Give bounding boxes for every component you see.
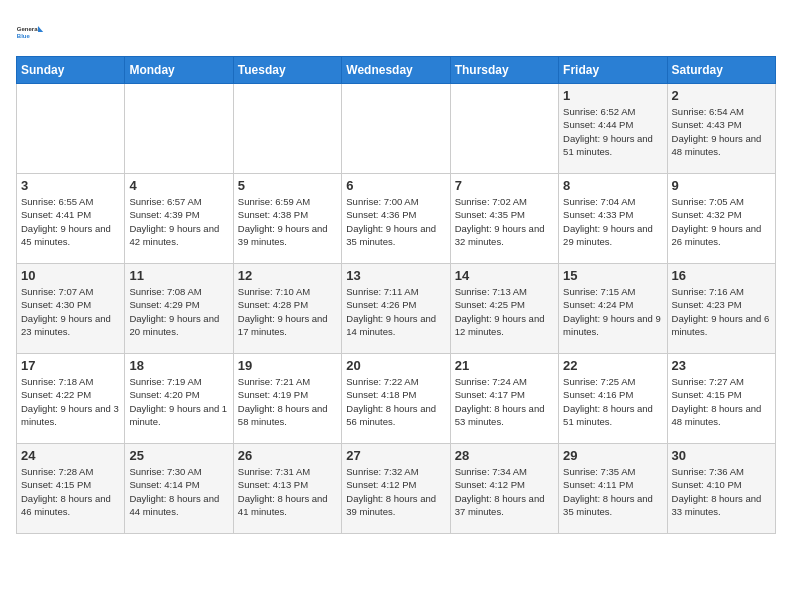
day-number: 19	[238, 358, 337, 373]
day-cell: 2Sunrise: 6:54 AM Sunset: 4:43 PM Daylig…	[667, 84, 775, 174]
day-number: 8	[563, 178, 662, 193]
day-cell: 20Sunrise: 7:22 AM Sunset: 4:18 PM Dayli…	[342, 354, 450, 444]
day-info: Sunrise: 7:36 AM Sunset: 4:10 PM Dayligh…	[672, 465, 771, 518]
day-cell: 9Sunrise: 7:05 AM Sunset: 4:32 PM Daylig…	[667, 174, 775, 264]
calendar-table: SundayMondayTuesdayWednesdayThursdayFrid…	[16, 56, 776, 534]
day-info: Sunrise: 7:18 AM Sunset: 4:22 PM Dayligh…	[21, 375, 120, 428]
day-number: 21	[455, 358, 554, 373]
day-info: Sunrise: 7:22 AM Sunset: 4:18 PM Dayligh…	[346, 375, 445, 428]
day-number: 5	[238, 178, 337, 193]
day-info: Sunrise: 7:07 AM Sunset: 4:30 PM Dayligh…	[21, 285, 120, 338]
logo-icon: GeneralBlue	[16, 16, 48, 48]
day-info: Sunrise: 7:34 AM Sunset: 4:12 PM Dayligh…	[455, 465, 554, 518]
day-cell	[342, 84, 450, 174]
day-cell: 7Sunrise: 7:02 AM Sunset: 4:35 PM Daylig…	[450, 174, 558, 264]
day-number: 7	[455, 178, 554, 193]
day-number: 25	[129, 448, 228, 463]
day-info: Sunrise: 7:21 AM Sunset: 4:19 PM Dayligh…	[238, 375, 337, 428]
day-info: Sunrise: 7:08 AM Sunset: 4:29 PM Dayligh…	[129, 285, 228, 338]
day-cell: 23Sunrise: 7:27 AM Sunset: 4:15 PM Dayli…	[667, 354, 775, 444]
day-info: Sunrise: 7:04 AM Sunset: 4:33 PM Dayligh…	[563, 195, 662, 248]
day-number: 4	[129, 178, 228, 193]
day-cell: 5Sunrise: 6:59 AM Sunset: 4:38 PM Daylig…	[233, 174, 341, 264]
day-info: Sunrise: 6:54 AM Sunset: 4:43 PM Dayligh…	[672, 105, 771, 158]
day-number: 17	[21, 358, 120, 373]
day-number: 12	[238, 268, 337, 283]
day-cell: 24Sunrise: 7:28 AM Sunset: 4:15 PM Dayli…	[17, 444, 125, 534]
svg-text:Blue: Blue	[17, 33, 31, 39]
day-info: Sunrise: 7:00 AM Sunset: 4:36 PM Dayligh…	[346, 195, 445, 248]
day-number: 13	[346, 268, 445, 283]
day-info: Sunrise: 7:25 AM Sunset: 4:16 PM Dayligh…	[563, 375, 662, 428]
day-info: Sunrise: 7:13 AM Sunset: 4:25 PM Dayligh…	[455, 285, 554, 338]
day-cell: 26Sunrise: 7:31 AM Sunset: 4:13 PM Dayli…	[233, 444, 341, 534]
day-number: 14	[455, 268, 554, 283]
day-cell: 21Sunrise: 7:24 AM Sunset: 4:17 PM Dayli…	[450, 354, 558, 444]
calendar-header-row: SundayMondayTuesdayWednesdayThursdayFrid…	[17, 57, 776, 84]
day-info: Sunrise: 7:11 AM Sunset: 4:26 PM Dayligh…	[346, 285, 445, 338]
day-number: 23	[672, 358, 771, 373]
day-number: 22	[563, 358, 662, 373]
day-number: 9	[672, 178, 771, 193]
header-cell-friday: Friday	[559, 57, 667, 84]
day-number: 1	[563, 88, 662, 103]
calendar-body: 1Sunrise: 6:52 AM Sunset: 4:44 PM Daylig…	[17, 84, 776, 534]
day-cell: 10Sunrise: 7:07 AM Sunset: 4:30 PM Dayli…	[17, 264, 125, 354]
day-cell: 28Sunrise: 7:34 AM Sunset: 4:12 PM Dayli…	[450, 444, 558, 534]
day-info: Sunrise: 7:16 AM Sunset: 4:23 PM Dayligh…	[672, 285, 771, 338]
day-number: 15	[563, 268, 662, 283]
day-number: 27	[346, 448, 445, 463]
day-number: 3	[21, 178, 120, 193]
day-number: 2	[672, 88, 771, 103]
day-info: Sunrise: 7:28 AM Sunset: 4:15 PM Dayligh…	[21, 465, 120, 518]
week-row-5: 24Sunrise: 7:28 AM Sunset: 4:15 PM Dayli…	[17, 444, 776, 534]
day-cell: 22Sunrise: 7:25 AM Sunset: 4:16 PM Dayli…	[559, 354, 667, 444]
header-cell-tuesday: Tuesday	[233, 57, 341, 84]
day-cell	[450, 84, 558, 174]
day-cell: 1Sunrise: 6:52 AM Sunset: 4:44 PM Daylig…	[559, 84, 667, 174]
day-cell: 8Sunrise: 7:04 AM Sunset: 4:33 PM Daylig…	[559, 174, 667, 264]
day-cell: 14Sunrise: 7:13 AM Sunset: 4:25 PM Dayli…	[450, 264, 558, 354]
logo: GeneralBlue	[16, 16, 48, 48]
day-number: 11	[129, 268, 228, 283]
day-info: Sunrise: 7:05 AM Sunset: 4:32 PM Dayligh…	[672, 195, 771, 248]
week-row-2: 3Sunrise: 6:55 AM Sunset: 4:41 PM Daylig…	[17, 174, 776, 264]
day-info: Sunrise: 6:59 AM Sunset: 4:38 PM Dayligh…	[238, 195, 337, 248]
day-info: Sunrise: 6:57 AM Sunset: 4:39 PM Dayligh…	[129, 195, 228, 248]
day-number: 24	[21, 448, 120, 463]
day-number: 30	[672, 448, 771, 463]
header-cell-monday: Monday	[125, 57, 233, 84]
day-cell: 18Sunrise: 7:19 AM Sunset: 4:20 PM Dayli…	[125, 354, 233, 444]
day-cell: 16Sunrise: 7:16 AM Sunset: 4:23 PM Dayli…	[667, 264, 775, 354]
day-info: Sunrise: 7:02 AM Sunset: 4:35 PM Dayligh…	[455, 195, 554, 248]
day-number: 18	[129, 358, 228, 373]
day-number: 6	[346, 178, 445, 193]
svg-text:General: General	[17, 26, 40, 32]
day-number: 10	[21, 268, 120, 283]
day-number: 28	[455, 448, 554, 463]
header-cell-wednesday: Wednesday	[342, 57, 450, 84]
day-cell: 3Sunrise: 6:55 AM Sunset: 4:41 PM Daylig…	[17, 174, 125, 264]
day-number: 20	[346, 358, 445, 373]
day-cell: 25Sunrise: 7:30 AM Sunset: 4:14 PM Dayli…	[125, 444, 233, 534]
day-info: Sunrise: 7:35 AM Sunset: 4:11 PM Dayligh…	[563, 465, 662, 518]
week-row-4: 17Sunrise: 7:18 AM Sunset: 4:22 PM Dayli…	[17, 354, 776, 444]
header: GeneralBlue	[16, 16, 776, 48]
day-cell: 13Sunrise: 7:11 AM Sunset: 4:26 PM Dayli…	[342, 264, 450, 354]
day-cell	[125, 84, 233, 174]
day-info: Sunrise: 7:32 AM Sunset: 4:12 PM Dayligh…	[346, 465, 445, 518]
day-info: Sunrise: 6:52 AM Sunset: 4:44 PM Dayligh…	[563, 105, 662, 158]
header-cell-sunday: Sunday	[17, 57, 125, 84]
day-cell: 12Sunrise: 7:10 AM Sunset: 4:28 PM Dayli…	[233, 264, 341, 354]
day-number: 26	[238, 448, 337, 463]
day-info: Sunrise: 7:27 AM Sunset: 4:15 PM Dayligh…	[672, 375, 771, 428]
day-cell: 30Sunrise: 7:36 AM Sunset: 4:10 PM Dayli…	[667, 444, 775, 534]
week-row-3: 10Sunrise: 7:07 AM Sunset: 4:30 PM Dayli…	[17, 264, 776, 354]
header-cell-saturday: Saturday	[667, 57, 775, 84]
day-info: Sunrise: 7:24 AM Sunset: 4:17 PM Dayligh…	[455, 375, 554, 428]
day-cell	[233, 84, 341, 174]
day-cell: 27Sunrise: 7:32 AM Sunset: 4:12 PM Dayli…	[342, 444, 450, 534]
day-info: Sunrise: 7:31 AM Sunset: 4:13 PM Dayligh…	[238, 465, 337, 518]
day-cell	[17, 84, 125, 174]
day-info: Sunrise: 7:15 AM Sunset: 4:24 PM Dayligh…	[563, 285, 662, 338]
